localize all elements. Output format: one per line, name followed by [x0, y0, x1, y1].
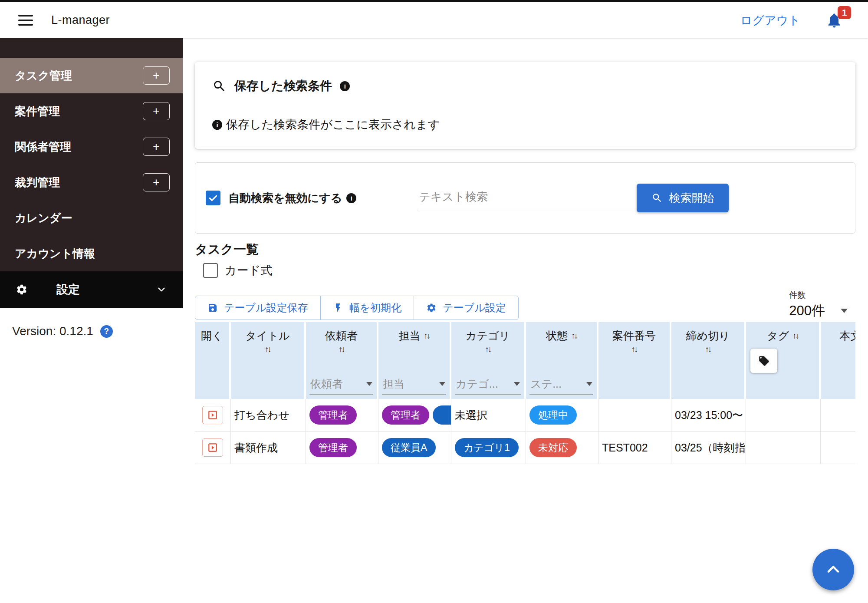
app-title: L-manager [51, 13, 110, 27]
cell-text: 未選択 [455, 408, 487, 422]
status-chip[interactable]: 管理者 [309, 405, 357, 425]
sort-icon[interactable]: ↑↓ [265, 344, 270, 355]
sort-icon[interactable]: ↑↓ [339, 344, 344, 355]
column-label: 案件番号 [612, 329, 656, 343]
search-icon [212, 79, 227, 93]
filter-placeholder: 担当 [383, 377, 404, 391]
table-cell [746, 432, 821, 464]
search-start-button[interactable]: 検索開始 [637, 184, 729, 212]
main-content: 保存した検索条件 i i 保存した検索条件がここに表示されます 自動検索を無効に… [183, 38, 868, 603]
table-column-header[interactable]: タイトル↑↓ [231, 322, 304, 399]
status-chip[interactable]: カテゴリ1 [455, 438, 519, 457]
info-icon: i [212, 120, 222, 130]
table-column-header[interactable]: 開く [195, 322, 229, 399]
table-cell: 管理者 [306, 399, 378, 431]
column-label: 本文 [840, 329, 856, 343]
notification-badge: 1 [838, 6, 851, 19]
sort-icon[interactable]: ↑↓ [485, 344, 491, 355]
table-settings-button[interactable]: テーブル設定 [414, 296, 519, 320]
status-chip[interactable] [433, 405, 451, 425]
table-cell: カテゴリ1 [451, 432, 526, 464]
sidebar-nav: タスク管理+案件管理+関係者管理+裁判管理+カレンダーアカウント情報 設定 [0, 38, 183, 308]
table-column-header[interactable]: タグ↑↓ [746, 322, 819, 399]
table-cell: 従業員A [378, 432, 451, 464]
dropdown-caret-icon [586, 382, 592, 386]
add-button[interactable]: + [143, 138, 170, 156]
save-icon [207, 303, 218, 313]
sidebar-item-settings[interactable]: 設定 [0, 271, 183, 308]
column-filter-select[interactable]: ステ... [529, 377, 593, 395]
table-column-header[interactable]: カテゴリ↑↓カテゴ... [451, 322, 524, 399]
sidebar-item[interactable]: タスク管理+ [0, 58, 183, 93]
table-cell [195, 432, 231, 464]
sort-icon[interactable]: ↑↓ [705, 344, 710, 355]
column-filter-select[interactable]: カテゴ... [455, 377, 521, 395]
info-icon[interactable]: i [340, 81, 350, 91]
notifications-button[interactable]: 1 [825, 12, 843, 29]
saved-search-empty-message: 保存した検索条件がここに表示されます [226, 117, 440, 132]
add-button[interactable]: + [143, 102, 170, 120]
count-select[interactable]: 件数 200件 [789, 290, 848, 320]
table-column-header[interactable]: 案件番号↑↓ [598, 322, 670, 399]
version-row: Version: 0.12.1 ? [0, 308, 183, 338]
cell-text: 書類作成 [234, 441, 278, 455]
table-column-header[interactable]: 締め切り↑↓ [671, 322, 744, 399]
cell-text: 03/25（時刻指 [675, 441, 746, 455]
column-filter-select[interactable]: 担当 [382, 377, 446, 395]
table-column-header[interactable]: 依頼者↑↓依頼者 [306, 322, 377, 399]
table-column-header[interactable]: 本文 [821, 322, 855, 399]
save-table-settings-button[interactable]: テーブル設定保存 [195, 296, 321, 320]
table-column-header[interactable]: 担当↑↓担当 [378, 322, 450, 399]
help-icon[interactable]: ? [100, 325, 113, 338]
table-toolbar: テーブル設定保存 幅を初期化 テーブル設定 件数 200件 [195, 290, 855, 320]
column-label: タイトル [245, 329, 289, 343]
gear-icon [426, 303, 437, 313]
column-label: 担当 [399, 329, 421, 343]
task-table: 開くタイトル↑↓依頼者↑↓依頼者担当↑↓担当カテゴリ↑↓カテゴ...状態↑↓ステ… [195, 322, 855, 464]
table-cell: 03/25（時刻指 [671, 432, 746, 464]
table-body: 打ち合わせ管理者管理者未選択処理中03/23 15:00〜書類作成管理者従業員A… [195, 399, 855, 464]
open-task-button[interactable] [202, 406, 223, 424]
table-row: 書類作成管理者従業員Aカテゴリ1未対応TEST00203/25（時刻指 [195, 432, 855, 464]
open-task-button[interactable] [202, 438, 223, 457]
status-chip[interactable]: 未対応 [529, 438, 577, 457]
auto-search-checkbox[interactable] [206, 191, 220, 205]
status-chip[interactable]: 従業員A [382, 438, 436, 457]
topbar: L-manager ログアウト 1 [0, 0, 868, 38]
sort-icon[interactable]: ↑↓ [792, 331, 798, 341]
count-label: 件数 [789, 290, 848, 301]
add-button[interactable]: + [143, 66, 170, 85]
tag-filter-button[interactable] [750, 349, 777, 373]
saved-search-title: 保存した検索条件 [234, 78, 332, 94]
sidebar-item[interactable]: 案件管理+ [0, 93, 183, 129]
dropdown-caret-icon [439, 382, 445, 386]
card-view-checkbox[interactable] [203, 263, 218, 278]
sort-icon[interactable]: ↑↓ [571, 331, 577, 341]
logout-link[interactable]: ログアウト [740, 13, 800, 28]
info-icon[interactable]: i [346, 193, 356, 203]
version-text: Version: 0.12.1 [12, 324, 93, 338]
reset-width-button[interactable]: 幅を初期化 [320, 296, 414, 320]
scroll-to-top-fab[interactable] [812, 549, 854, 590]
status-chip[interactable]: 処理中 [529, 405, 577, 425]
text-search-input[interactable] [417, 187, 634, 209]
card-view-label: カード式 [225, 263, 272, 278]
table-settings-label: テーブル設定 [443, 301, 506, 315]
column-filter-select[interactable]: 依頼者 [309, 377, 373, 395]
sidebar-item[interactable]: カレンダー [0, 200, 183, 236]
chevron-down-icon [156, 284, 167, 295]
cell-text: TEST002 [602, 442, 648, 454]
menu-icon[interactable] [18, 15, 33, 26]
status-chip[interactable]: 管理者 [382, 405, 429, 425]
sidebar-item-label: タスク管理 [15, 68, 72, 83]
sort-icon[interactable]: ↑↓ [631, 344, 637, 355]
status-chip[interactable]: 管理者 [309, 438, 357, 457]
table-cell: 03/23 15:00〜 [671, 399, 746, 431]
sidebar: タスク管理+案件管理+関係者管理+裁判管理+カレンダーアカウント情報 設定 Ve… [0, 38, 183, 603]
sidebar-item[interactable]: 関係者管理+ [0, 129, 183, 165]
sidebar-item[interactable]: アカウント情報 [0, 236, 183, 271]
add-button[interactable]: + [143, 173, 170, 191]
sidebar-item[interactable]: 裁判管理+ [0, 165, 183, 200]
table-column-header[interactable]: 状態↑↓ステ... [526, 322, 597, 399]
sort-icon[interactable]: ↑↓ [424, 331, 430, 341]
